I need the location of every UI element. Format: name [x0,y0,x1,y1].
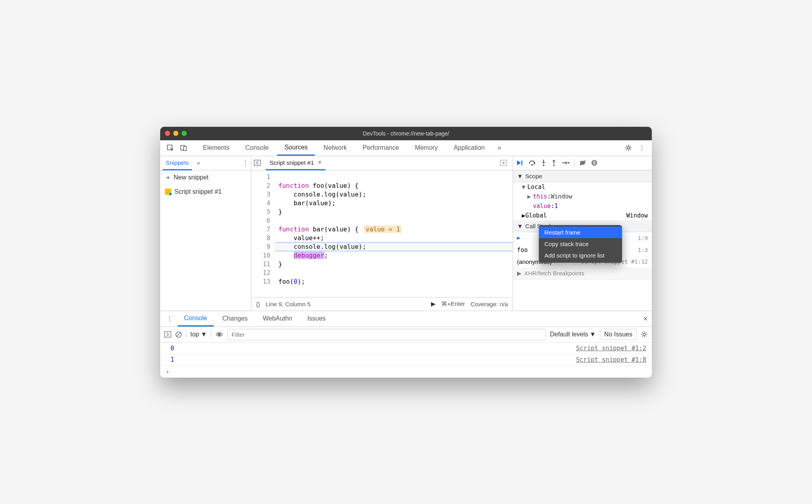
context-copy-stack-trace[interactable]: Copy stack trace [539,238,622,250]
step-out-icon[interactable] [551,159,557,166]
console-sidebar-icon[interactable] [164,331,171,338]
console-log-line[interactable]: 1 Script snippet #1:8 [160,354,652,366]
chevron-down-icon: ▼ [517,173,523,179]
settings-icon[interactable] [622,142,634,154]
main-tabbar: Elements Console Sources Network Perform… [160,140,652,156]
console-output: 0 Script snippet #1:2 1 Script snippet #… [160,343,652,378]
console-levels-select[interactable]: Default levels ▼ [550,331,596,338]
drawer-tab-webauthn[interactable]: WebAuthn [257,311,299,326]
step-over-icon[interactable] [528,160,536,166]
scope-local[interactable]: ▼Local [513,182,652,192]
device-toggle-icon[interactable] [178,142,190,154]
drawer: ⋮ Console Changes WebAuthn Issues × top … [160,311,652,378]
line-gutter: 12345678910111213 [251,170,275,297]
pause-exceptions-icon[interactable] [591,160,598,166]
inline-value-badge: value = 1 [364,225,402,233]
navigator-tabbar: Snippets » ⋮ [160,156,251,170]
coverage-label: Coverage: n/a [471,301,508,307]
tab-network[interactable]: Network [316,140,354,156]
debugger-toolbar [513,156,652,170]
drawer-tab-issues[interactable]: Issues [301,311,332,326]
svg-point-9 [553,164,555,166]
navigator-more-icon[interactable]: » [194,160,202,166]
svg-point-7 [531,164,533,166]
cursor-position: Line 9, Column 5 [266,301,310,307]
context-menu: Restart frame Copy stack trace Add scrip… [539,225,622,263]
tab-memory[interactable]: Memory [408,140,445,156]
console-source-link[interactable]: Script snippet #1:8 [576,356,646,363]
inspect-icon[interactable] [164,142,176,154]
context-restart-frame[interactable]: Restart frame [539,227,622,238]
navigator-panel: Snippets » ⋮ ＋ New snippet Script snippe… [160,156,251,311]
resume-icon[interactable] [516,160,523,166]
code-editor[interactable]: 12345678910111213 function foo(value) { … [251,170,513,297]
snippets-subtab[interactable]: Snippets [163,156,192,170]
pretty-print-icon[interactable]: {} [256,301,260,307]
svg-rect-12 [595,161,596,164]
editor-file-tab[interactable]: Script snippet #1 × [266,156,326,170]
kebab-menu-icon[interactable]: ⋮ [636,142,648,154]
console-log-line[interactable]: 0 Script snippet #1:2 [160,343,652,354]
console-settings-icon[interactable] [641,331,648,338]
window-title: DevTools - chrome://new-tab-page/ [160,130,652,137]
tab-sources[interactable]: Sources [277,140,315,156]
code-content: function foo(value) { console.log(value)… [275,170,513,297]
svg-rect-4 [254,160,260,166]
tab-elements[interactable]: Elements [196,140,237,156]
snippet-file-icon [165,189,171,195]
devtools-window: DevTools - chrome://new-tab-page/ Elemen… [160,127,652,378]
console-source-link[interactable]: Script snippet #1:2 [576,345,646,352]
svg-rect-2 [184,147,186,151]
drawer-close-icon[interactable]: × [643,314,648,323]
deactivate-breakpoints-icon[interactable] [579,160,586,166]
step-icon[interactable] [561,160,569,166]
scope-header[interactable]: ▼Scope [513,170,652,182]
console-prompt[interactable]: › [160,366,652,378]
svg-point-10 [568,162,569,164]
drawer-tab-changes[interactable]: Changes [216,311,254,326]
tab-performance[interactable]: Performance [356,140,406,156]
more-tabs-icon[interactable]: » [493,142,505,154]
run-icon[interactable]: ▶ [431,300,436,307]
tab-console[interactable]: Console [238,140,276,156]
scope-value[interactable]: value: 1 [513,201,652,211]
scope-this[interactable]: ▶this: Window [513,192,652,201]
no-issues-button[interactable]: No Issues [600,329,637,340]
tab-application[interactable]: Application [446,140,492,156]
drawer-tab-console[interactable]: Console [178,311,214,326]
clear-console-icon[interactable] [175,331,182,338]
console-filter-input[interactable] [227,329,546,340]
editor-file-tab-label: Script snippet #1 [270,159,314,166]
close-tab-icon[interactable]: × [318,159,322,166]
svg-point-3 [627,147,630,149]
scope-global[interactable]: ▶GlobalWindow [513,211,652,220]
chevron-down-icon: ▼ [517,223,523,229]
chevron-right-icon: ▶ [517,270,522,277]
navigator-kebab-icon[interactable]: ⋮ [242,159,249,167]
editor-tabbar: Script snippet #1 × [251,156,513,170]
titlebar: DevTools - chrome://new-tab-page/ [160,127,652,140]
svg-point-16 [643,333,645,336]
drawer-tabbar: ⋮ Console Changes WebAuthn Issues × [160,311,652,327]
live-expression-icon[interactable] [215,332,223,337]
editor-panel: Script snippet #1 × 12345678910111213 fu… [251,156,513,311]
debugger-panel: ▼Scope ▼Local ▶this: Window value: 1 ▶Gl… [513,156,652,311]
editor-statusbar: {} Line 9, Column 5 ▶ ⌘+Enter Coverage: … [251,297,513,311]
run-snippet-icon[interactable] [497,160,510,166]
run-shortcut: ⌘+Enter [441,300,465,307]
svg-point-8 [543,164,544,166]
plus-icon: ＋ [165,174,171,182]
svg-point-15 [218,333,221,336]
console-context-select[interactable]: top ▼ [186,330,211,339]
svg-rect-6 [521,160,523,165]
new-snippet-button[interactable]: ＋ New snippet [160,170,251,185]
new-snippet-label: New snippet [174,174,209,181]
snippet-item[interactable]: Script snippet #1 [160,185,251,199]
context-add-ignore-list[interactable]: Add script to ignore list [539,250,622,261]
console-toolbar: top ▼ Default levels ▼ No Issues [160,327,652,343]
xhr-breakpoints-header[interactable]: ▶XHR/fetch Breakpoints [513,267,652,280]
drawer-kebab-icon[interactable]: ⋮ [164,315,175,323]
step-into-icon[interactable] [541,159,546,166]
workspace: Snippets » ⋮ ＋ New snippet Script snippe… [160,156,652,311]
nav-back-icon[interactable] [254,160,263,166]
